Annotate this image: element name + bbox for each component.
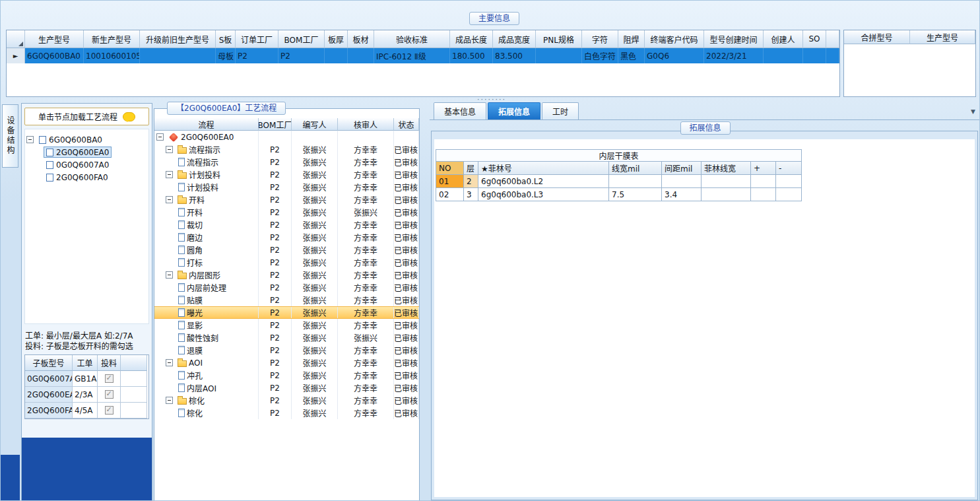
subboard-row[interactable]: 2G0Q600EA02/3A: [25, 387, 148, 403]
process-row[interactable]: 内层前处理P2张振兴方幸幸已审核: [154, 281, 419, 294]
column-header[interactable]: 创建人: [764, 30, 803, 48]
column-header[interactable]: 订单工厂: [236, 30, 278, 48]
column-header[interactable]: S板: [216, 30, 236, 48]
main-info-selected-row[interactable]: ►6G0Q600BA010010600105597母板P2P2IPC-6012 …: [7, 48, 839, 63]
process-row[interactable]: 裁切P2张振兴方幸幸已审核: [154, 218, 419, 231]
film-header-row: NO层★菲林号线宽mil间距mil菲林线宽+-: [436, 162, 802, 175]
tab-device-structure[interactable]: 设备结构: [2, 104, 18, 168]
column-header[interactable]: 板材: [348, 30, 374, 48]
process-cell: P2: [259, 244, 292, 256]
process-row[interactable]: 圆角P2张振兴方幸幸已审核: [154, 244, 419, 256]
feed-checkbox[interactable]: [105, 374, 114, 383]
expander-icon[interactable]: [166, 271, 173, 279]
column-header[interactable]: 成品宽度: [493, 30, 536, 48]
column-header[interactable]: 层: [464, 162, 478, 175]
column-header[interactable]: BOM工厂: [278, 30, 325, 48]
merge-model-column-header[interactable]: 合拼型号: [844, 30, 910, 44]
detail-tab[interactable]: 基本信息: [434, 102, 486, 119]
process-row[interactable]: 内层图形P2张振兴方幸幸已审核: [154, 269, 419, 281]
load-process-button-label: 单击节点加载工艺流程: [38, 111, 117, 122]
process-row[interactable]: 计划投料P2张振兴方幸幸已审核: [154, 168, 419, 181]
column-header[interactable]: 线宽mil: [609, 162, 662, 175]
expander-icon[interactable]: [166, 146, 173, 153]
column-header[interactable]: 子板型号: [25, 355, 73, 371]
subboard-row[interactable]: 0G0Q6007A0GB1A: [25, 371, 148, 387]
column-header[interactable]: 状态: [394, 118, 419, 131]
process-row[interactable]: 内层AOIP2张振兴方幸幸已审核: [154, 382, 419, 394]
column-header[interactable]: 新生产型号: [84, 30, 140, 48]
expander-icon[interactable]: [156, 133, 164, 141]
expander-icon[interactable]: [166, 397, 173, 404]
film-row[interactable]: 0126g0q600ba0.L2: [436, 175, 802, 188]
process-cell: P2: [259, 218, 292, 231]
tree-node[interactable]: 2G0Q600EA0: [26, 146, 147, 158]
process-row[interactable]: 磨边P2张振兴方幸幸已审核: [154, 231, 419, 244]
feed-checkbox[interactable]: [105, 390, 114, 399]
column-header[interactable]: 验收标准: [374, 30, 450, 48]
subboard-row[interactable]: 2G0Q600FA04/5A: [25, 403, 148, 418]
column-header[interactable]: 型号创建时间: [704, 30, 764, 48]
header-filler: [826, 30, 839, 48]
process-row[interactable]: 流程指示P2张振兴方幸幸已审核: [154, 156, 419, 168]
process-row[interactable]: 显影P2张振兴方幸幸已审核: [154, 319, 419, 331]
process-row[interactable]: 计划投料P2张振兴方幸幸已审核: [154, 181, 419, 193]
column-header[interactable]: 字符: [582, 30, 618, 48]
expander-icon[interactable]: [166, 196, 173, 203]
process-row[interactable]: 棕化P2张振兴方幸幸已审核: [154, 407, 419, 419]
process-cell: 方幸幸: [338, 281, 394, 294]
process-row[interactable]: 冲孔P2张振兴方幸幸已审核: [154, 369, 419, 382]
process-row[interactable]: 开料P2张振兴张振兴已审核: [154, 206, 419, 218]
column-header[interactable]: BOM工厂: [259, 118, 292, 131]
column-header[interactable]: PNL规格: [536, 30, 582, 48]
expander-icon[interactable]: [166, 171, 173, 178]
column-header[interactable]: 核审人: [338, 118, 394, 131]
column-header[interactable]: 编写人: [292, 118, 338, 131]
process-row[interactable]: 打标P2张振兴方幸幸已审核: [154, 256, 419, 269]
detail-tab[interactable]: 拓展信息: [488, 102, 540, 119]
column-header[interactable]: 菲林线宽: [702, 162, 751, 175]
process-row[interactable]: 退膜P2张振兴方幸幸已审核: [154, 344, 419, 356]
column-header[interactable]: 间距mil: [662, 162, 702, 175]
process-row[interactable]: 2G0Q600EA0: [154, 131, 419, 143]
column-header[interactable]: NO: [436, 162, 464, 175]
process-cell: P2: [259, 193, 292, 206]
load-process-button[interactable]: 单击节点加载工艺流程: [24, 108, 149, 125]
tree-node[interactable]: 0G0Q6007A0: [26, 158, 147, 171]
column-header[interactable]: 升级前旧生产型号: [140, 30, 216, 48]
column-header[interactable]: 阻焊: [618, 30, 645, 48]
tree-node[interactable]: 2G0Q600FA0: [26, 171, 147, 184]
column-header[interactable]: 终端客户代码: [645, 30, 704, 48]
process-row[interactable]: 曝光P2张振兴方幸幸已审核: [154, 306, 419, 319]
detail-tab[interactable]: 工时: [542, 102, 579, 119]
column-header[interactable]: 成品长度: [450, 30, 493, 48]
column-header[interactable]: 工单: [73, 355, 98, 371]
column-header[interactable]: -: [776, 162, 802, 175]
process-row[interactable]: 开料P2张振兴方幸幸已审核: [154, 193, 419, 206]
process-cell: [292, 131, 338, 143]
column-header[interactable]: 投料: [98, 355, 121, 371]
process-row[interactable]: 棕化P2张振兴方幸幸已审核: [154, 394, 419, 407]
process-row[interactable]: 酸性蚀刻P2张振兴张振兴已审核: [154, 331, 419, 344]
process-row[interactable]: 流程指示P2张振兴方幸幸已审核: [154, 143, 419, 156]
column-header[interactable]: 生产型号: [25, 30, 84, 48]
expander-icon[interactable]: [166, 359, 173, 366]
expander-icon[interactable]: [26, 136, 34, 143]
column-header[interactable]: ★菲林号: [478, 162, 609, 175]
process-node-label: AOI: [189, 358, 203, 368]
column-header[interactable]: SO: [803, 30, 826, 48]
tab-overflow-dropdown-icon[interactable]: ▼: [971, 108, 975, 115]
film-row[interactable]: 0236g0q600ba0.L37.53.4: [436, 188, 802, 201]
main-info-cell: G0Q6: [645, 48, 704, 63]
prod-model-column-header[interactable]: 生产型号: [910, 30, 975, 44]
process-row[interactable]: 贴膜P2张振兴方幸幸已审核: [154, 294, 419, 306]
column-header[interactable]: 流程: [154, 118, 259, 131]
process-row[interactable]: AOIP2张振兴方幸幸已审核: [154, 356, 419, 369]
process-table: 流程BOM工厂编写人核审人状态2G0Q600EA0流程指示P2张振兴方幸幸已审核…: [154, 118, 419, 501]
main-info-cell: [140, 48, 216, 63]
column-header[interactable]: 板厚: [325, 30, 348, 48]
tree-node-root[interactable]: 6G0Q600BA0: [26, 133, 147, 146]
process-cell: 方幸幸: [338, 231, 394, 244]
column-header[interactable]: +: [751, 162, 776, 175]
feed-checkbox[interactable]: [105, 406, 114, 415]
process-cell: 张振兴: [292, 294, 338, 306]
